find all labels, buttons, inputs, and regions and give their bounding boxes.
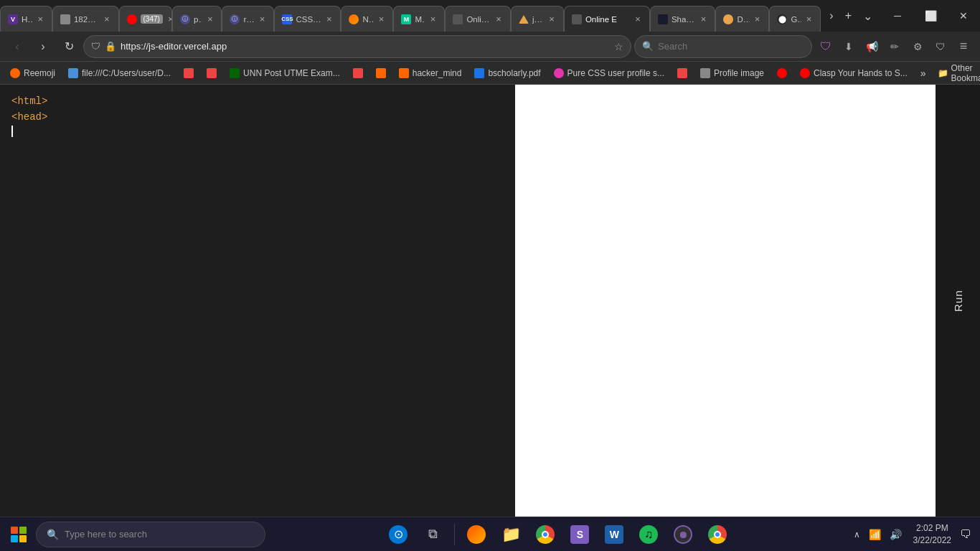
bookmark-clasp[interactable]: Clasp Your Hands to S... [794,64,913,83]
volume-icon[interactable]: 🔊 [887,526,905,543]
tab-1-close[interactable]: × [36,14,44,24]
tab-4-close[interactable]: × [206,14,215,24]
firefox-icon [467,525,486,544]
bookmark-x2[interactable] [201,64,222,83]
chrome2-taskbar[interactable] [702,519,733,550]
search-bar[interactable]: 🔍 [634,35,812,58]
bookmark-hacker[interactable]: hacker_mind [393,64,468,83]
tab-6-close[interactable]: × [325,14,334,24]
bookmark-x3[interactable] [347,64,369,83]
settings-button[interactable]: ⚙ [907,36,928,57]
taskbar-search[interactable]: 🔍 Type here to search [36,522,265,547]
tab-6-label: CSS Gradi [296,15,321,24]
tab-6[interactable]: CSS CSS Gradi × [274,6,341,32]
obs-taskbar[interactable]: ⏺ [667,519,699,550]
download-button[interactable]: ⬇ [838,36,859,57]
tab-9-label: Online Edi [466,15,491,24]
run-button[interactable]: Run [952,283,964,319]
tab-8-label: Moch [415,15,425,24]
bookmark-x6[interactable] [771,64,793,83]
tab-2[interactable]: 1828884.p × [52,6,119,32]
back-button[interactable]: ‹ [6,35,29,58]
tab-2-close[interactable]: × [103,14,111,24]
tab-14[interactable]: ⬤ Gene × [769,6,821,32]
tab-4-label: phax [194,15,202,24]
bookmark-clasp-label: Clasp Your Hands to S... [814,68,908,78]
minimize-button[interactable]: ─ [881,0,914,32]
tab-13-close[interactable]: × [753,14,762,24]
bookmark-x4[interactable] [370,64,392,83]
bookmark-unn[interactable]: UNN Post UTME Exam... [224,64,346,83]
bookmarks-more-button[interactable]: » [916,65,930,82]
maximize-button[interactable]: ⬜ [914,0,947,32]
tab-8-close[interactable]: × [429,14,438,24]
bookmark-file[interactable]: file:///C:/Users/user/D... [62,64,176,83]
tab-5[interactable]: ⓘ redire × [222,6,274,32]
pocket-button[interactable]: 🛡 [815,36,837,57]
tab-9-close[interactable]: × [494,14,503,24]
cortana-button[interactable]: ⊙ [382,519,414,550]
clock[interactable]: 2:02 PM 3/22/2022 [908,519,957,550]
tab-12[interactable]: ShaftSpac × [650,6,716,32]
menu-button[interactable]: ≡ [953,36,974,57]
close-button[interactable]: ✕ [947,0,980,32]
bookmark-profile[interactable]: Profile image [694,64,770,83]
tab-12-close[interactable]: × [699,14,708,24]
start-icon [11,527,27,542]
taskbar-apps: ⊙ ⧉ 📁 S [267,519,849,550]
reload-button[interactable]: ↻ [57,35,80,58]
chrome-taskbar[interactable] [529,519,561,550]
task-view-button[interactable]: ⧉ [417,519,448,550]
bookmark-x1[interactable] [178,64,199,83]
tab-12-label: ShaftSpac [672,15,696,24]
new-tab-button[interactable]: + [841,6,856,25]
bookmark-x5[interactable] [672,64,693,83]
supertag-taskbar[interactable]: S [564,519,595,550]
tray-show-hidden[interactable]: ∧ [851,527,863,542]
tab-1[interactable]: V How t × [0,6,52,32]
other-bookmarks[interactable]: 📁 Other Bookmarks [932,64,980,83]
start-button[interactable] [3,519,34,550]
media-button[interactable]: 📢 [861,36,882,57]
spotify-taskbar[interactable]: ♫ [633,519,664,550]
tab-3[interactable]: (347) × [119,6,173,32]
tab-10-close[interactable]: × [547,14,556,24]
address-input[interactable] [121,41,610,52]
tab-scroll-right[interactable]: › [825,6,837,25]
tab-4-favicon: ⓘ [180,14,190,24]
word-taskbar[interactable]: W [598,519,630,550]
tab-9[interactable]: Online Edi × [445,6,511,32]
tab-13[interactable]: Disabl × [715,6,769,32]
nav-right-icons: 🛡 ⬇ 📢 ✏ ⚙ 🛡 ≡ [815,36,974,57]
tab-5-close[interactable]: × [258,14,267,24]
tab-11-label: Online E [585,15,630,24]
tab-7-close[interactable]: × [377,14,386,24]
search-input[interactable] [658,41,804,52]
bookmark-pure-css[interactable]: Pure CSS user profile s... [548,64,670,83]
bookmark-bscholarly[interactable]: bscholarly.pdf [468,64,546,83]
bookmark-hacker-label: hacker_mind [413,68,462,78]
tab-11-active[interactable]: Online E × [564,6,650,32]
obs-icon: ⏺ [674,525,692,544]
bookmark-reemoji[interactable]: Reemoji [4,64,61,83]
tab-14-close[interactable]: × [805,14,814,24]
network-icon[interactable]: 📶 [866,526,884,543]
taskbar: 🔍 Type here to search ⊙ ⧉ 📁 [0,517,980,551]
tab-11-close[interactable]: × [633,14,642,24]
bookmark-star-icon[interactable]: ☆ [614,41,623,52]
notification-icon[interactable]: 🗨 [960,528,971,541]
editor-content[interactable]: <html> <head> [0,85,515,517]
tab-list-button[interactable]: ⌄ [859,6,877,26]
file-manager-taskbar[interactable]: 📁 [495,519,527,550]
tab-10[interactable]: js-edit × [511,6,564,32]
tab-4[interactable]: ⓘ phax × [172,6,222,32]
tab-8[interactable]: M Moch × [393,6,445,32]
forward-button[interactable]: › [32,35,55,58]
tab-7[interactable]: New t × [341,6,393,32]
firefox-taskbar[interactable] [461,519,492,550]
address-bar[interactable]: 🛡 🔒 ☆ [83,35,631,58]
edit-button[interactable]: ✏ [884,36,905,57]
security-button[interactable]: 🛡 [930,36,951,57]
tab-12-favicon [658,14,668,24]
tab-3-close[interactable]: × [166,14,172,24]
